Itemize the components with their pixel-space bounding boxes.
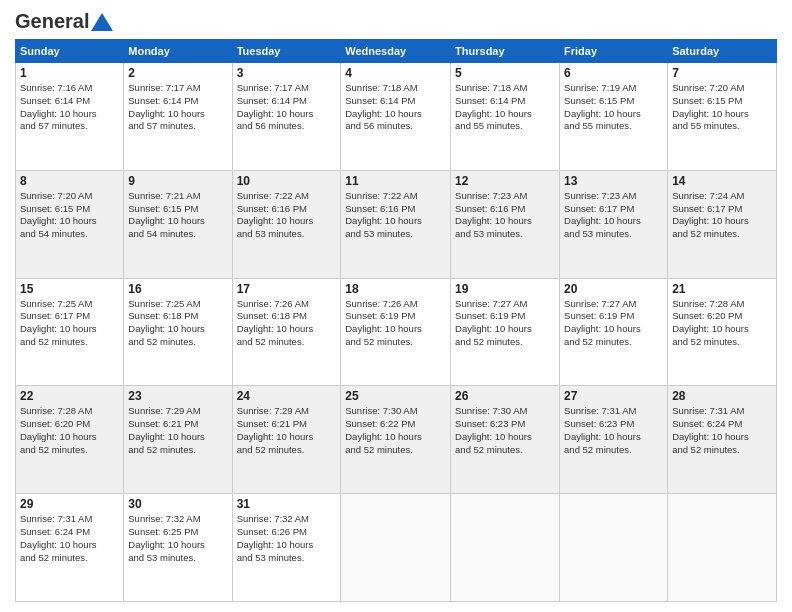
calendar-week-row: 15 Sunrise: 7:25 AMSunset: 6:17 PMDaylig… xyxy=(16,278,777,386)
day-info: Sunrise: 7:32 AMSunset: 6:26 PMDaylight:… xyxy=(237,513,314,562)
day-number: 18 xyxy=(345,282,446,296)
calendar-cell: 2 Sunrise: 7:17 AMSunset: 6:14 PMDayligh… xyxy=(124,63,232,171)
calendar-cell: 14 Sunrise: 7:24 AMSunset: 6:17 PMDaylig… xyxy=(668,170,777,278)
calendar-cell: 22 Sunrise: 7:28 AMSunset: 6:20 PMDaylig… xyxy=(16,386,124,494)
calendar-week-row: 1 Sunrise: 7:16 AMSunset: 6:14 PMDayligh… xyxy=(16,63,777,171)
day-number: 16 xyxy=(128,282,227,296)
day-info: Sunrise: 7:26 AMSunset: 6:18 PMDaylight:… xyxy=(237,298,314,347)
day-number: 30 xyxy=(128,497,227,511)
day-info: Sunrise: 7:21 AMSunset: 6:15 PMDaylight:… xyxy=(128,190,205,239)
calendar-week-row: 29 Sunrise: 7:31 AMSunset: 6:24 PMDaylig… xyxy=(16,494,777,602)
svg-marker-0 xyxy=(91,13,113,31)
day-number: 13 xyxy=(564,174,663,188)
calendar-cell: 7 Sunrise: 7:20 AMSunset: 6:15 PMDayligh… xyxy=(668,63,777,171)
calendar-cell: 13 Sunrise: 7:23 AMSunset: 6:17 PMDaylig… xyxy=(560,170,668,278)
day-number: 17 xyxy=(237,282,337,296)
calendar-cell: 3 Sunrise: 7:17 AMSunset: 6:14 PMDayligh… xyxy=(232,63,341,171)
logo-icon xyxy=(91,13,113,31)
day-info: Sunrise: 7:23 AMSunset: 6:17 PMDaylight:… xyxy=(564,190,641,239)
header: General xyxy=(15,10,777,31)
calendar-cell: 6 Sunrise: 7:19 AMSunset: 6:15 PMDayligh… xyxy=(560,63,668,171)
day-info: Sunrise: 7:27 AMSunset: 6:19 PMDaylight:… xyxy=(564,298,641,347)
calendar-cell: 10 Sunrise: 7:22 AMSunset: 6:16 PMDaylig… xyxy=(232,170,341,278)
day-info: Sunrise: 7:30 AMSunset: 6:22 PMDaylight:… xyxy=(345,405,422,454)
day-number: 25 xyxy=(345,389,446,403)
day-info: Sunrise: 7:17 AMSunset: 6:14 PMDaylight:… xyxy=(128,82,205,131)
calendar-cell: 24 Sunrise: 7:29 AMSunset: 6:21 PMDaylig… xyxy=(232,386,341,494)
calendar-cell: 16 Sunrise: 7:25 AMSunset: 6:18 PMDaylig… xyxy=(124,278,232,386)
calendar-cell xyxy=(341,494,451,602)
day-number: 11 xyxy=(345,174,446,188)
weekday-header: Saturday xyxy=(668,40,777,63)
calendar-week-row: 8 Sunrise: 7:20 AMSunset: 6:15 PMDayligh… xyxy=(16,170,777,278)
calendar-cell: 17 Sunrise: 7:26 AMSunset: 6:18 PMDaylig… xyxy=(232,278,341,386)
day-number: 5 xyxy=(455,66,555,80)
day-info: Sunrise: 7:29 AMSunset: 6:21 PMDaylight:… xyxy=(237,405,314,454)
weekday-header: Sunday xyxy=(16,40,124,63)
day-info: Sunrise: 7:19 AMSunset: 6:15 PMDaylight:… xyxy=(564,82,641,131)
day-info: Sunrise: 7:23 AMSunset: 6:16 PMDaylight:… xyxy=(455,190,532,239)
calendar-cell: 12 Sunrise: 7:23 AMSunset: 6:16 PMDaylig… xyxy=(451,170,560,278)
day-info: Sunrise: 7:29 AMSunset: 6:21 PMDaylight:… xyxy=(128,405,205,454)
calendar-cell: 20 Sunrise: 7:27 AMSunset: 6:19 PMDaylig… xyxy=(560,278,668,386)
day-info: Sunrise: 7:25 AMSunset: 6:18 PMDaylight:… xyxy=(128,298,205,347)
day-info: Sunrise: 7:18 AMSunset: 6:14 PMDaylight:… xyxy=(455,82,532,131)
day-number: 20 xyxy=(564,282,663,296)
calendar-cell: 1 Sunrise: 7:16 AMSunset: 6:14 PMDayligh… xyxy=(16,63,124,171)
calendar-cell: 4 Sunrise: 7:18 AMSunset: 6:14 PMDayligh… xyxy=(341,63,451,171)
calendar-cell: 5 Sunrise: 7:18 AMSunset: 6:14 PMDayligh… xyxy=(451,63,560,171)
calendar-cell: 26 Sunrise: 7:30 AMSunset: 6:23 PMDaylig… xyxy=(451,386,560,494)
day-info: Sunrise: 7:24 AMSunset: 6:17 PMDaylight:… xyxy=(672,190,749,239)
day-number: 14 xyxy=(672,174,772,188)
calendar-cell: 15 Sunrise: 7:25 AMSunset: 6:17 PMDaylig… xyxy=(16,278,124,386)
day-info: Sunrise: 7:22 AMSunset: 6:16 PMDaylight:… xyxy=(345,190,422,239)
day-number: 24 xyxy=(237,389,337,403)
weekday-header: Monday xyxy=(124,40,232,63)
day-info: Sunrise: 7:31 AMSunset: 6:24 PMDaylight:… xyxy=(20,513,97,562)
weekday-header: Tuesday xyxy=(232,40,341,63)
day-info: Sunrise: 7:17 AMSunset: 6:14 PMDaylight:… xyxy=(237,82,314,131)
day-number: 28 xyxy=(672,389,772,403)
page: General SundayMondayTuesdayWednesdayThur… xyxy=(0,0,792,612)
calendar-cell: 29 Sunrise: 7:31 AMSunset: 6:24 PMDaylig… xyxy=(16,494,124,602)
calendar-cell: 23 Sunrise: 7:29 AMSunset: 6:21 PMDaylig… xyxy=(124,386,232,494)
day-number: 23 xyxy=(128,389,227,403)
day-number: 22 xyxy=(20,389,119,403)
calendar-cell: 25 Sunrise: 7:30 AMSunset: 6:22 PMDaylig… xyxy=(341,386,451,494)
day-number: 7 xyxy=(672,66,772,80)
day-number: 2 xyxy=(128,66,227,80)
calendar-cell: 18 Sunrise: 7:26 AMSunset: 6:19 PMDaylig… xyxy=(341,278,451,386)
calendar-week-row: 22 Sunrise: 7:28 AMSunset: 6:20 PMDaylig… xyxy=(16,386,777,494)
calendar-cell xyxy=(451,494,560,602)
calendar-cell: 28 Sunrise: 7:31 AMSunset: 6:24 PMDaylig… xyxy=(668,386,777,494)
day-number: 15 xyxy=(20,282,119,296)
calendar-cell xyxy=(560,494,668,602)
weekday-header: Wednesday xyxy=(341,40,451,63)
day-number: 10 xyxy=(237,174,337,188)
day-info: Sunrise: 7:18 AMSunset: 6:14 PMDaylight:… xyxy=(345,82,422,131)
calendar-cell xyxy=(668,494,777,602)
day-info: Sunrise: 7:20 AMSunset: 6:15 PMDaylight:… xyxy=(20,190,97,239)
calendar: SundayMondayTuesdayWednesdayThursdayFrid… xyxy=(15,39,777,602)
day-number: 19 xyxy=(455,282,555,296)
weekday-header: Friday xyxy=(560,40,668,63)
day-info: Sunrise: 7:31 AMSunset: 6:23 PMDaylight:… xyxy=(564,405,641,454)
day-number: 21 xyxy=(672,282,772,296)
day-number: 29 xyxy=(20,497,119,511)
day-info: Sunrise: 7:28 AMSunset: 6:20 PMDaylight:… xyxy=(672,298,749,347)
day-info: Sunrise: 7:22 AMSunset: 6:16 PMDaylight:… xyxy=(237,190,314,239)
calendar-cell: 27 Sunrise: 7:31 AMSunset: 6:23 PMDaylig… xyxy=(560,386,668,494)
day-number: 9 xyxy=(128,174,227,188)
weekday-header-row: SundayMondayTuesdayWednesdayThursdayFrid… xyxy=(16,40,777,63)
day-number: 4 xyxy=(345,66,446,80)
day-number: 26 xyxy=(455,389,555,403)
day-info: Sunrise: 7:26 AMSunset: 6:19 PMDaylight:… xyxy=(345,298,422,347)
day-number: 12 xyxy=(455,174,555,188)
calendar-cell: 30 Sunrise: 7:32 AMSunset: 6:25 PMDaylig… xyxy=(124,494,232,602)
logo: General xyxy=(15,10,113,31)
calendar-cell: 31 Sunrise: 7:32 AMSunset: 6:26 PMDaylig… xyxy=(232,494,341,602)
day-info: Sunrise: 7:20 AMSunset: 6:15 PMDaylight:… xyxy=(672,82,749,131)
day-info: Sunrise: 7:25 AMSunset: 6:17 PMDaylight:… xyxy=(20,298,97,347)
day-number: 27 xyxy=(564,389,663,403)
day-info: Sunrise: 7:32 AMSunset: 6:25 PMDaylight:… xyxy=(128,513,205,562)
